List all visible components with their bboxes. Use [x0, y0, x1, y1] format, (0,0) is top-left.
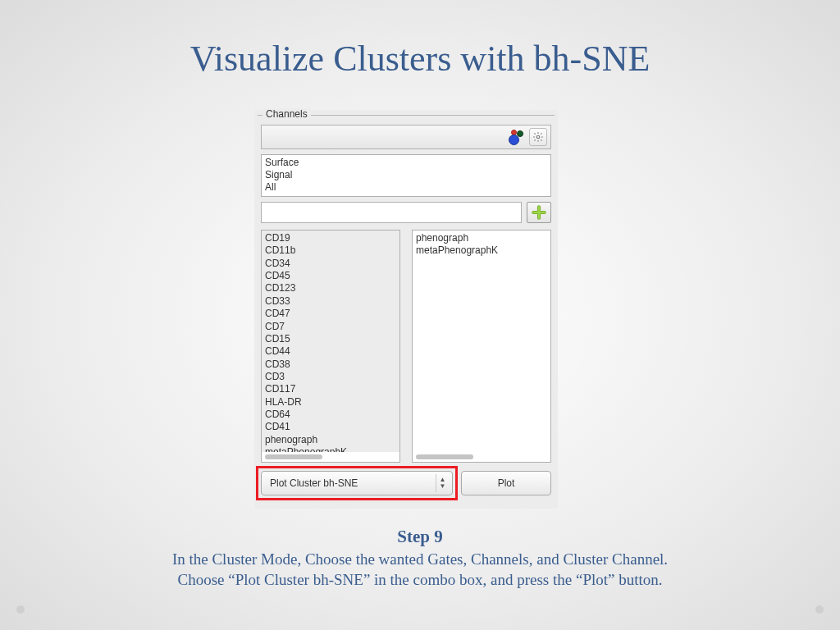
list-item[interactable]: CD7	[265, 321, 396, 333]
panel-toolbar	[261, 125, 551, 149]
svg-point-0	[536, 135, 540, 139]
list-item[interactable]: CD33	[265, 295, 396, 308]
add-category-input[interactable]	[261, 202, 522, 223]
add-row	[261, 202, 551, 223]
list-item[interactable]: CD117	[265, 383, 396, 395]
list-item[interactable]: metaPhenographK	[416, 244, 547, 257]
plot-button[interactable]: Plot	[461, 471, 551, 495]
category-listbox[interactable]: Surface Signal All	[261, 154, 551, 197]
list-item[interactable]: CD47	[265, 308, 396, 320]
list-item[interactable]: Signal	[265, 169, 547, 181]
list-item[interactable]: phenograph	[416, 232, 547, 244]
list-item[interactable]: HLA-DR	[265, 396, 396, 409]
channels-panel: Channels Surface Signal All CD19 CD11b C…	[254, 110, 558, 509]
list-item[interactable]: CD15	[265, 333, 396, 345]
list-item[interactable]: CD41	[265, 421, 396, 433]
list-item[interactable]: CD64	[265, 409, 396, 421]
step-label: Step 9	[0, 525, 840, 548]
add-button[interactable]	[527, 202, 551, 223]
slide-decor-icon	[16, 605, 25, 614]
caption-line: In the Cluster Mode, Choose the wanted G…	[0, 549, 840, 570]
list-item[interactable]: CD123	[265, 282, 396, 294]
slide-decor-icon	[815, 605, 824, 614]
chevron-updown-icon: ▲▼	[436, 474, 449, 492]
list-item[interactable]: CD44	[265, 345, 396, 358]
list-item[interactable]: CD3	[265, 371, 396, 383]
list-item[interactable]: CD19	[265, 232, 396, 244]
selected-channels-listbox[interactable]: phenograph metaPhenographK	[412, 230, 551, 463]
available-channels-listbox[interactable]: CD19 CD11b CD34 CD45 CD123 CD33 CD47 CD7…	[261, 230, 400, 463]
list-item[interactable]: metaPhenographK	[265, 446, 396, 452]
panel-legend: Channels	[262, 108, 311, 120]
horizontal-scrollbar[interactable]	[265, 454, 322, 459]
list-item[interactable]: CD38	[265, 358, 396, 371]
color-picker-icon[interactable]	[504, 128, 526, 146]
slide-caption: Step 9 In the Cluster Mode, Choose the w…	[0, 525, 840, 591]
list-item[interactable]: phenograph	[265, 434, 396, 446]
list-item[interactable]: Surface	[265, 157, 547, 169]
list-item[interactable]: CD45	[265, 270, 396, 282]
plot-type-combo[interactable]: Plot Cluster bh-SNE ▲▼	[261, 471, 453, 495]
caption-line: Choose “Plot Cluster bh-SNE” in the comb…	[0, 569, 840, 591]
list-item[interactable]: All	[265, 181, 547, 194]
horizontal-scrollbar[interactable]	[416, 454, 473, 459]
combo-value: Plot Cluster bh-SNE	[270, 477, 358, 489]
list-item[interactable]: CD34	[265, 258, 396, 270]
slide-title: Visualize Clusters with bh-SNE	[0, 38, 840, 80]
list-item[interactable]: CD11b	[265, 244, 396, 257]
gear-icon[interactable]	[529, 128, 547, 146]
